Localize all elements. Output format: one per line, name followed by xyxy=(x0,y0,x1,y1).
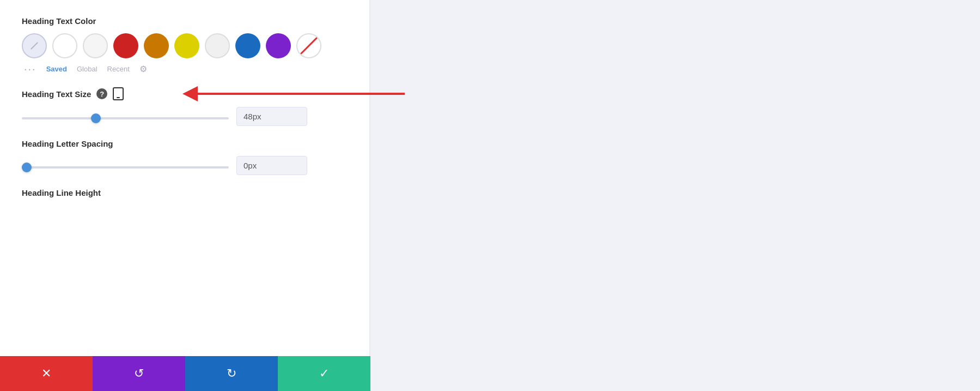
heading-text-size-section: Heading Text Size ? 48px xyxy=(22,87,348,126)
canvas-area xyxy=(370,0,980,391)
text-size-slider-row: 48px xyxy=(22,107,348,126)
heading-text-size-header: Heading Text Size ? xyxy=(22,87,348,100)
cancel-icon: ✕ xyxy=(41,366,51,381)
color-swatches-row xyxy=(22,33,348,58)
color-swatch-selected[interactable] xyxy=(22,33,47,58)
cancel-button[interactable]: ✕ xyxy=(0,356,93,391)
tab-recent[interactable]: Recent xyxy=(107,65,130,73)
save-icon: ✓ xyxy=(319,366,329,381)
arrow-head xyxy=(182,86,198,101)
heading-letter-spacing-label: Heading Letter Spacing xyxy=(22,139,348,148)
tab-saved[interactable]: Saved xyxy=(46,65,67,73)
redo-icon: ↻ xyxy=(227,366,236,381)
color-swatch-light[interactable] xyxy=(205,33,230,58)
undo-icon: ↺ xyxy=(134,366,144,381)
save-button[interactable]: ✓ xyxy=(278,356,370,391)
letter-spacing-slider-container xyxy=(22,161,229,171)
settings-panel: Heading Text Color ··· Saved Global Rece… xyxy=(0,0,370,391)
color-swatch-red[interactable] xyxy=(113,33,138,58)
color-swatch-none[interactable] xyxy=(296,33,321,58)
heading-text-color-label: Heading Text Color xyxy=(22,16,348,26)
dots-more-icon[interactable]: ··· xyxy=(24,63,36,75)
heading-letter-spacing-section: Heading Letter Spacing 0px xyxy=(22,139,348,175)
color-swatch-orange[interactable] xyxy=(144,33,169,58)
color-swatch-white1[interactable] xyxy=(52,33,77,58)
undo-button[interactable]: ↺ xyxy=(93,356,185,391)
letter-spacing-slider-row: 0px xyxy=(22,156,348,175)
tab-global[interactable]: Global xyxy=(77,65,98,73)
bottom-toolbar: ✕ ↺ ↻ ✓ xyxy=(0,356,370,391)
color-swatch-white2[interactable] xyxy=(83,33,108,58)
heading-text-size-label: Heading Text Size xyxy=(22,89,91,99)
gear-icon[interactable]: ⚙ xyxy=(139,64,147,74)
color-swatch-purple[interactable] xyxy=(266,33,291,58)
color-swatch-yellow[interactable] xyxy=(174,33,199,58)
color-tabs-row: ··· Saved Global Recent ⚙ xyxy=(22,63,348,75)
device-mobile-icon[interactable] xyxy=(113,87,124,100)
heading-line-height-section: Heading Line Height xyxy=(22,188,348,197)
text-size-input[interactable]: 48px xyxy=(236,107,307,126)
heading-line-height-label: Heading Line Height xyxy=(22,188,348,197)
redo-button[interactable]: ↻ xyxy=(185,356,278,391)
text-size-slider-container xyxy=(22,112,229,122)
color-swatch-blue[interactable] xyxy=(235,33,260,58)
letter-spacing-slider[interactable] xyxy=(22,166,229,169)
text-size-slider[interactable] xyxy=(22,117,229,119)
help-icon[interactable]: ? xyxy=(96,88,107,99)
letter-spacing-input[interactable]: 0px xyxy=(236,156,307,175)
